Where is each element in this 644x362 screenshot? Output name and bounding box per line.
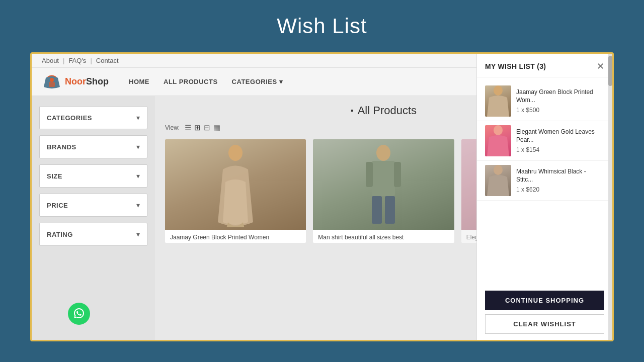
panel-scrollbar[interactable] xyxy=(608,96,612,340)
wishlist-item-price-1: 1 x $500 xyxy=(516,107,604,114)
product-name-2: Man shirt beautiful all sizes best xyxy=(313,230,454,243)
sidebar: CATEGORIES ▾ BRANDS ▾ SIZE ▾ PRICE ▾ RAT… xyxy=(32,96,155,341)
wishlist-item-image-2 xyxy=(485,125,511,156)
categories-label: CATEGORIES xyxy=(47,114,92,122)
nav-home[interactable]: HOME xyxy=(129,78,149,85)
page-title: Wish List xyxy=(0,14,644,38)
svg-point-0 xyxy=(50,78,54,82)
wishlist-item-price-3: 1 x $620 xyxy=(516,186,604,193)
wishlist-item-3: Maahru Whimsical Black - Stitc... 1 x $6… xyxy=(477,161,612,201)
svg-point-3 xyxy=(376,145,390,161)
logo-text: NoorShop xyxy=(65,76,109,87)
main-container: About | FAQ's | Contact NoorShop HOME AL… xyxy=(30,52,614,341)
wishlist-item-1: Jaamay Green Block Printed Wom... 1 x $5… xyxy=(477,96,612,121)
svg-point-12 xyxy=(494,165,503,175)
view-grid4-icon[interactable]: ▦ xyxy=(213,123,220,132)
sidebar-rating[interactable]: RATING ▾ xyxy=(39,223,147,246)
view-options: View: ☰ ⊞ ⊟ ▦ xyxy=(165,123,220,132)
section-title: All Products xyxy=(358,104,417,117)
size-chevron-icon: ▾ xyxy=(136,172,140,180)
wishlist-item-image-3 xyxy=(485,165,511,196)
rating-chevron-icon: ▾ xyxy=(136,230,140,238)
about-link[interactable]: About xyxy=(42,57,59,64)
wishlist-item-name-2: Elegant Women Gold Leaves Pear... xyxy=(516,128,604,144)
rating-label: RATING xyxy=(47,231,73,238)
size-label: SIZE xyxy=(47,172,62,180)
view-label: View: xyxy=(165,124,180,131)
wishlist-item-2: Elegant Women Gold Leaves Pear... 1 x $1… xyxy=(477,121,612,161)
price-chevron-icon: ▾ xyxy=(136,201,140,209)
svg-rect-1 xyxy=(49,82,55,87)
page-header: Wish List xyxy=(0,0,644,52)
grid-icon: ▪ xyxy=(351,106,354,115)
nav-all-products[interactable]: ALL PRODUCTS xyxy=(164,78,218,85)
faq-link[interactable]: FAQ's xyxy=(68,57,86,64)
svg-rect-7 xyxy=(372,196,382,224)
brands-label: BRANDS xyxy=(47,143,76,151)
wishlist-item-price-2: 1 x $154 xyxy=(516,146,604,153)
view-grid2-icon[interactable]: ⊞ xyxy=(194,123,201,132)
product-name-1: Jaamay Green Block Printed Women xyxy=(165,230,306,243)
price-label: PRICE xyxy=(47,202,68,209)
sidebar-categories[interactable]: CATEGORIES ▾ xyxy=(39,106,147,129)
logo[interactable]: NoorShop xyxy=(42,73,109,90)
whatsapp-button[interactable] xyxy=(68,303,90,325)
content-area: CATEGORIES ▾ BRANDS ▾ SIZE ▾ PRICE ▾ RAT… xyxy=(32,96,612,341)
svg-rect-6 xyxy=(394,162,401,187)
contact-link[interactable]: Contact xyxy=(96,57,119,64)
product-card-2[interactable]: Man shirt beautiful all sizes best xyxy=(313,139,454,243)
svg-point-11 xyxy=(494,125,503,135)
brands-chevron-icon: ▾ xyxy=(136,143,140,151)
svg-rect-4 xyxy=(372,161,395,196)
sidebar-size[interactable]: SIZE ▾ xyxy=(39,164,147,188)
wishlist-item-info-2: Elegant Women Gold Leaves Pear... 1 x $1… xyxy=(516,128,604,153)
product-image-2 xyxy=(313,139,454,230)
product-card-1[interactable]: Jaamay Green Block Printed Women xyxy=(165,139,306,243)
view-list-icon[interactable]: ☰ xyxy=(185,123,191,132)
svg-rect-8 xyxy=(385,196,395,224)
wishlist-item-image-1 xyxy=(485,96,511,117)
logo-icon xyxy=(42,73,62,90)
sidebar-brands[interactable]: BRANDS ▾ xyxy=(39,135,147,158)
sidebar-price[interactable]: PRICE ▾ xyxy=(39,194,147,217)
categories-chevron-icon: ▾ xyxy=(136,114,140,122)
wishlist-items: Jaamay Green Block Printed Wom... 1 x $5… xyxy=(477,96,612,285)
svg-point-2 xyxy=(228,145,243,161)
view-grid3-icon[interactable]: ⊟ xyxy=(204,123,210,132)
wishlist-item-name-1: Jaamay Green Block Printed Wom... xyxy=(516,96,604,105)
chevron-down-icon: ▾ xyxy=(279,78,283,85)
svg-rect-5 xyxy=(366,162,373,187)
nav-categories[interactable]: CATEGORIES ▾ xyxy=(232,78,283,85)
wishlist-item-info-1: Jaamay Green Block Printed Wom... 1 x $5… xyxy=(516,96,604,114)
continue-shopping-button[interactable]: CONTINUE SHOPPING xyxy=(485,291,604,310)
wishlist-item-info-3: Maahru Whimsical Black - Stitc... 1 x $6… xyxy=(516,168,604,193)
wishlist-panel: MY WISH LIST (3) ✕ Jaamay Green Block Pr… xyxy=(476,96,612,340)
clear-wishlist-button[interactable]: CLEAR WISHLIST xyxy=(485,314,604,334)
wishlist-item-name-3: Maahru Whimsical Black - Stitc... xyxy=(516,168,604,184)
product-image-1 xyxy=(165,139,306,230)
wishlist-footer: CONTINUE SHOPPING CLEAR WISHLIST xyxy=(477,285,612,340)
